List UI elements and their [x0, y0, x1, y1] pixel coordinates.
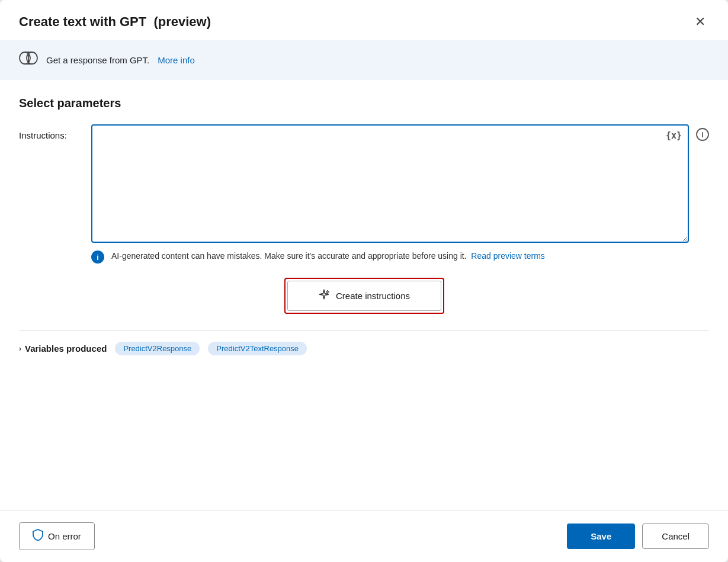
svg-text:i: i — [701, 130, 704, 139]
on-error-button[interactable]: On error — [19, 522, 95, 550]
brain-icon — [19, 50, 38, 70]
section-title: Select parameters — [19, 97, 709, 110]
input-wrapper: {x} — [91, 124, 689, 243]
instructions-label: Instructions: — [19, 124, 84, 140]
create-instructions-button[interactable]: Create instructions — [287, 281, 441, 311]
title-preview: (preview) — [153, 14, 211, 29]
variables-label: Variables produced — [25, 343, 107, 354]
shield-icon — [33, 529, 43, 544]
create-btn-wrapper: Create instructions — [284, 278, 444, 314]
instructions-textarea[interactable] — [91, 124, 689, 243]
ai-notice-icon: i — [91, 251, 104, 264]
banner-text: Get a response from GPT. — [46, 55, 149, 65]
cancel-button[interactable]: Cancel — [642, 524, 709, 549]
on-error-label: On error — [48, 531, 81, 541]
variables-row: › Variables produced PredictV2Response P… — [19, 330, 709, 366]
chevron-right-icon: › — [19, 345, 21, 353]
create-instructions-label: Create instructions — [336, 291, 410, 301]
variables-toggle[interactable]: › Variables produced — [19, 343, 107, 354]
footer-right: Save Cancel — [567, 524, 709, 549]
more-info-link[interactable]: More info — [158, 55, 195, 65]
ai-notice-text: AI-generated content can have mistakes. … — [111, 250, 545, 262]
title-text: Create text with GPT — [19, 14, 146, 29]
dialog-header: Create text with GPT (preview) ✕ — [0, 0, 728, 40]
info-button[interactable]: i — [696, 124, 709, 144]
create-btn-row: Create instructions — [19, 278, 709, 314]
save-button[interactable]: Save — [567, 524, 635, 549]
variable-badge-2: PredictV2TextResponse — [208, 342, 307, 355]
ai-notice: i AI-generated content can have mistakes… — [91, 250, 709, 264]
dialog-body: Select parameters Instructions: {x} i i … — [0, 80, 728, 510]
instructions-row: Instructions: {x} i — [19, 124, 709, 243]
close-button[interactable]: ✕ — [691, 14, 709, 30]
info-banner: Get a response from GPT. More info — [0, 40, 728, 80]
dialog: Create text with GPT (preview) ✕ Get a r… — [0, 0, 728, 562]
preview-terms-link[interactable]: Read preview terms — [471, 251, 545, 261]
dialog-title: Create text with GPT (preview) — [19, 14, 211, 30]
sparkle-icon — [318, 288, 330, 303]
dialog-footer: On error Save Cancel — [0, 510, 728, 562]
variable-badge-1: PredictV2Response — [115, 342, 200, 355]
variable-insert-button[interactable]: {x} — [666, 130, 682, 141]
